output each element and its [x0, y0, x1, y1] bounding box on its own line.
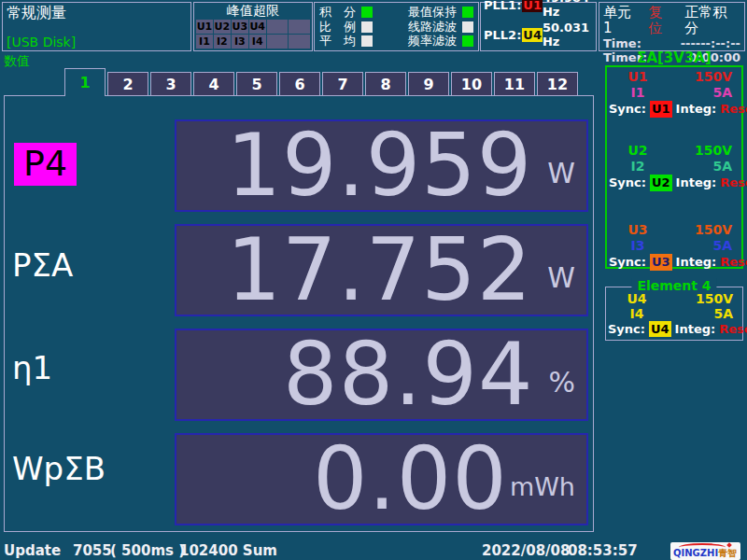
page-tabbar: 1 2 3 4 5 6 7 8 9 10 11 12 [64, 68, 578, 96]
measurement-label-psigma-a[interactable]: PΣA [12, 248, 73, 283]
tab-page-9[interactable]: 9 [408, 72, 449, 96]
element3-current-range: 5A [669, 238, 732, 254]
value-digits: 19.959 [226, 123, 532, 209]
update-count: 7055 [73, 542, 112, 559]
measurement-value-p4[interactable]: 19.959 W [175, 119, 588, 212]
tab-page-11[interactable]: 11 [494, 72, 535, 96]
element4-current-range: 5A [668, 306, 733, 321]
element1-integ-state: Reset [720, 101, 747, 118]
indicator-line-filter: 线路滤波 [408, 21, 473, 34]
element2-integ-state: Reset [720, 175, 747, 191]
wiring-group-title: ΣA[3V3A] [605, 49, 743, 66]
integ-time-row: Time: ------:--:-- [603, 36, 740, 50]
tab-page-8[interactable]: 8 [365, 72, 406, 96]
value-digits: 88.94 [283, 332, 533, 418]
element1-group: U1 150V I1 5A Sync: U1 Integ: Reset [607, 69, 741, 118]
mode-title: 常规测量 [7, 4, 187, 21]
status-time: 08:53:57 [568, 542, 638, 559]
pll2-row: PLL2: U4 50.031 Hz [484, 21, 593, 49]
peak-current-row: I1 I2 I3 I4 [196, 35, 310, 49]
element3-group: U3 150V I3 5A Sync: U3 Integ: Reset [607, 222, 741, 271]
indicator-freq-filter: 频率滤波 [408, 35, 473, 48]
indicator-col-right: 最值保持 线路滤波 频率滤波 [408, 6, 473, 48]
measurement-label-wp-sigma-b[interactable]: WpΣB [12, 452, 106, 486]
tab-page-1[interactable]: 1 [64, 68, 106, 96]
freq-filter-status-light [462, 35, 473, 47]
measurement-value-wp-sigma-b[interactable]: 0.00 mWh [175, 433, 588, 525]
status-date: 2022/08/08 [482, 542, 570, 559]
sync-label: Sync: [609, 254, 646, 271]
indicator-label: 平 均 [319, 35, 356, 48]
peak-cell-i-spare1 [267, 35, 289, 49]
element3-current-channel: I3 [607, 238, 669, 254]
usb-disk-status: [USB Disk] [7, 35, 76, 49]
measurement-value-eta1[interactable]: 88.94 % [175, 329, 588, 421]
sum-count: 102400 Sum [179, 542, 277, 559]
pll2-label: PLL2: [484, 28, 521, 42]
element3-voltage-channel: U3 [607, 222, 669, 238]
element4-panel: Element 4 U4 150V I4 5A Sync: U4 Integ: … [605, 287, 743, 341]
measurement-panel: P4 19.959 W PΣA 17.752 W η1 88.94 % WpΣB… [4, 95, 594, 532]
update-label: Update [4, 542, 61, 559]
indicator-label: 最值保持 [408, 6, 457, 19]
qingzhi-logo: QINGZHI青智 [670, 542, 740, 560]
indicator-label: 频率滤波 [408, 35, 457, 48]
tab-page-2[interactable]: 2 [107, 72, 148, 96]
update-interval: ( 500ms ) [110, 542, 185, 559]
integ-label: Integ: [675, 321, 716, 337]
tab-page-3[interactable]: 3 [150, 72, 191, 96]
peak-cell-u4: U4 [249, 20, 266, 34]
integ-mode: 正常积分 [684, 5, 740, 36]
element1-current-range: 5A [669, 85, 732, 101]
pll-box: PLL1: U1 49.984 Hz PLL2: U4 50.031 Hz [480, 2, 597, 51]
tab-page-6[interactable]: 6 [279, 72, 320, 96]
tab-page-5[interactable]: 5 [236, 72, 277, 96]
pll2-frequency: 50.031 Hz [543, 21, 593, 49]
line-filter-status-light [462, 21, 473, 33]
logo-brand-text: QINGZHI [673, 548, 718, 558]
pll2-source-badge: U4 [522, 28, 543, 42]
integ-label: Integ: [676, 175, 717, 191]
element3-sync-source-badge: U3 [650, 254, 672, 271]
measurement-value-psigma-a[interactable]: 17.752 W [175, 224, 588, 316]
indicator-label: 积 分 [319, 6, 356, 19]
tab-page-7[interactable]: 7 [322, 72, 363, 96]
peak-cell-i2: I2 [214, 35, 231, 49]
indicator-scaling: 比 例 [319, 21, 373, 34]
peak-cell-i3: I3 [232, 35, 248, 49]
element4-voltage-channel: U4 [606, 291, 668, 306]
value-unit: W [547, 261, 575, 294]
indicator-max-hold: 最值保持 [408, 6, 473, 19]
element2-voltage-channel: U2 [607, 143, 669, 159]
pll1-source-badge: U1 [522, 0, 543, 12]
integ-label: Integ: [676, 254, 717, 271]
pll1-row: PLL1: U1 49.984 Hz [484, 0, 593, 19]
peak-cell-u2: U2 [214, 20, 231, 34]
peak-cell-i-spare2 [289, 35, 310, 49]
scaling-status-light [361, 21, 373, 33]
tab-page-4[interactable]: 4 [193, 72, 234, 96]
measurement-label-eta1[interactable]: η1 [12, 351, 52, 385]
peak-over-limit-box: 峰值超限 U1 U2 U3 U4 I1 I2 I3 I4 [193, 2, 313, 51]
mode-box: 常规测量 [USB Disk] [2, 2, 191, 51]
pll1-frequency: 49.984 Hz [543, 0, 593, 19]
integration-status-light [361, 7, 373, 18]
element1-voltage-channel: U1 [607, 69, 669, 85]
element2-group: U2 150V I2 5A Sync: U2 Integ: Reset [607, 143, 741, 191]
time-value: ------:--:-- [681, 36, 740, 50]
wiring-group-panel: U1 150V I1 5A Sync: U1 Integ: Reset U2 1… [605, 65, 743, 269]
peak-cell-i4: I4 [249, 35, 266, 49]
element1-voltage-range: 150V [669, 69, 732, 85]
peak-cell-u1: U1 [196, 20, 213, 34]
value-unit: W [547, 157, 575, 189]
tab-page-12[interactable]: 12 [537, 72, 578, 96]
element1-sync-source-badge: U1 [650, 101, 672, 118]
measurement-label-p4[interactable]: P4 [14, 143, 77, 186]
element3-integ-state: Reset [720, 254, 747, 271]
element2-current-range: 5A [669, 159, 732, 175]
element3-voltage-range: 150V [669, 222, 732, 238]
element2-sync-source-badge: U2 [650, 175, 672, 191]
tab-page-10[interactable]: 10 [451, 72, 492, 96]
value-digits: 17.752 [226, 228, 532, 314]
peak-cell-i1: I1 [196, 35, 213, 49]
